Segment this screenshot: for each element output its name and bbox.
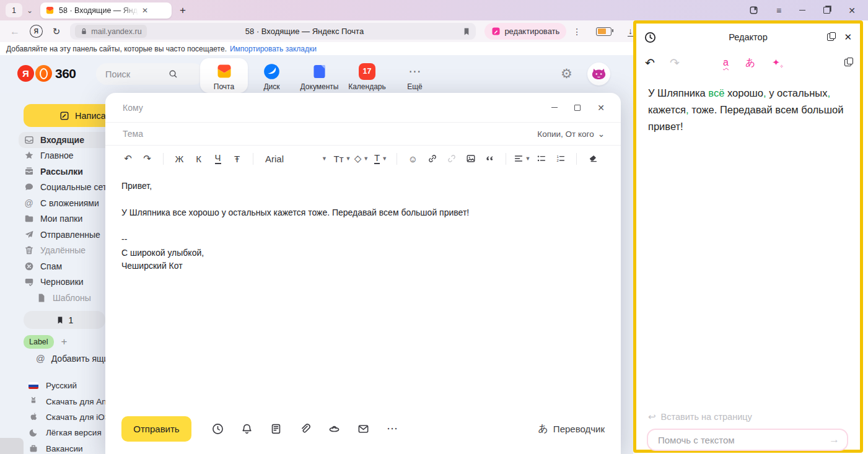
text-part: У Шляпника [648,87,708,98]
import-bookmarks-link[interactable]: Импортировать закладки [230,45,317,53]
compose-minimize-icon[interactable] [551,107,558,108]
schedule-send-button[interactable] [212,423,224,435]
to-field[interactable] [121,102,551,113]
unlink-icon [447,154,457,164]
tab-panel-icon[interactable] [749,6,758,15]
more-actions-button[interactable]: ⋯ [387,423,398,435]
trash-icon [24,245,34,255]
downloads-icon[interactable]: ↓ [628,27,633,37]
open-in-window-icon[interactable] [827,33,833,41]
browser-menu-icon[interactable]: ≡ [776,6,781,15]
copy-text-icon[interactable] [844,59,851,66]
edit-page-button[interactable]: редактировать [484,23,566,40]
corrected-text[interactable]: У Шляпника всё хорошо, у остальных, каже… [648,85,849,135]
submit-arrow-icon[interactable]: → [829,434,840,446]
saved-bookmarks-pill[interactable]: 1 [24,311,105,329]
underline-button[interactable]: Ч [209,150,227,167]
attach-from-disk-button[interactable] [328,423,340,435]
new-tab-button[interactable]: + [180,4,186,17]
url-chip[interactable]: mail.yandex.ru [75,25,146,38]
user-avatar[interactable] [587,63,610,85]
insert-image-button[interactable] [462,150,480,167]
collapsed-widget[interactable] [0,438,24,454]
window-close-button[interactable]: ✕ [848,6,856,15]
browser-tab-strip: 1 ⌄ 58 · Входящие — Яндекс Почта ✕ + ≡ ✕ [0,0,868,20]
font-family-button[interactable]: Arial▼ [260,150,332,167]
clear-formatting-button[interactable] [584,150,602,167]
bold-button[interactable]: Ж [170,150,188,167]
ai-prompt-input[interactable] [657,434,829,446]
undo-icon[interactable]: ↶ [645,56,655,70]
panel-close-icon[interactable]: ✕ [844,32,852,43]
battery-icon[interactable] [596,27,612,36]
font-size-button[interactable]: Tт▼ [333,150,351,167]
note-icon [270,423,282,435]
attach-from-mail-button[interactable] [357,423,369,435]
browser-tab[interactable]: 58 · Входящие — Яндекс Почта ✕ [40,2,172,19]
undo-button[interactable]: ↶ [119,150,137,167]
strikethrough-button[interactable]: Ŧ [228,150,246,167]
service-item-mail[interactable]: Почта [200,58,248,93]
remove-link-button[interactable] [442,150,460,167]
highlight-color-button[interactable]: ◇▼ [353,150,370,167]
insert-link-button[interactable] [423,150,441,167]
numbered-list-button[interactable]: 12 [551,150,569,167]
tab-counter[interactable]: 1 [6,3,22,17]
compose-expand-icon[interactable] [574,105,581,111]
message-body[interactable]: Привет,У Шляпника все хорошо у остальных… [121,180,592,273]
mail-icon [216,63,233,80]
notes-button[interactable] [270,423,282,435]
extension-menu-icon[interactable]: ⋮ [572,27,581,37]
chevron-down-icon: ▼ [382,155,387,162]
apple-icon [28,412,39,422]
service-item-docs[interactable]: Документы [296,58,343,93]
yandex360-logo[interactable]: Я 360 [17,65,76,82]
compose-close-icon[interactable]: ✕ [597,103,605,112]
services-row: ПочтаДискДокументы17Календарь⋯Ещё [200,58,439,93]
emoji-button[interactable]: ☺ [404,150,422,167]
send-button[interactable]: Отправить [121,416,191,442]
service-item-disk[interactable]: Диск [248,58,296,93]
subject-field[interactable] [121,128,537,139]
reminder-button[interactable] [241,423,253,435]
spellcheck-icon[interactable]: a [723,57,729,68]
add-label-icon[interactable]: + [61,336,68,348]
window-restore-button[interactable] [823,7,830,14]
bullet-list-button[interactable] [532,150,550,167]
attach-file-button[interactable] [299,423,311,435]
text-color-button[interactable]: T▼ [372,150,390,167]
translator-button[interactable]: あ Переводчик [538,422,605,435]
align-button[interactable]: ▼ [513,150,531,167]
translate-icon[interactable]: あ [745,56,755,69]
redo-button[interactable]: ↷ [138,150,156,167]
body-line: -- [121,233,592,247]
yandex-browser-icon[interactable]: Я [30,25,43,38]
svg-text:2: 2 [556,159,559,162]
label-tag[interactable]: Label [24,335,54,349]
italic-button[interactable]: К [190,150,208,167]
disk-attach-icon [328,423,340,435]
address-bar[interactable]: mail.yandex.ru 58 · Входящие — Яндекс По… [70,23,476,40]
ai-enhance-icon[interactable]: ✦ [772,57,780,68]
search-box[interactable] [96,63,204,85]
body-line [121,220,592,234]
chevron-down-icon: ▼ [322,155,327,162]
tab-list-chevron-icon[interactable]: ⌄ [27,6,33,15]
bullet-list-icon [537,154,546,164]
window-minimize-button[interactable] [799,10,805,11]
add-mailbox-link[interactable]: @ Добавить ящик [36,354,113,364]
ai-prompt-box[interactable]: → [647,429,848,451]
back-button-icon[interactable]: ← [10,26,20,37]
cc-from-toggle[interactable]: Копии, От кого ⌄ [537,129,605,139]
history-clock-icon[interactable] [644,32,656,43]
bookmark-flag-icon[interactable] [462,27,471,36]
service-item-calendar[interactable]: 17Календарь [343,58,391,93]
reload-icon[interactable]: ↻ [53,26,61,37]
spam-icon [24,261,34,271]
tab-close-icon[interactable]: ✕ [142,6,148,15]
insert-to-page-button[interactable]: ↩ Вставить на страницу [648,411,752,422]
search-input[interactable] [104,69,169,80]
service-item-more[interactable]: ⋯Ещё [391,58,439,93]
quote-button[interactable] [481,150,499,167]
settings-gear-icon[interactable]: ⚙ [561,66,572,81]
